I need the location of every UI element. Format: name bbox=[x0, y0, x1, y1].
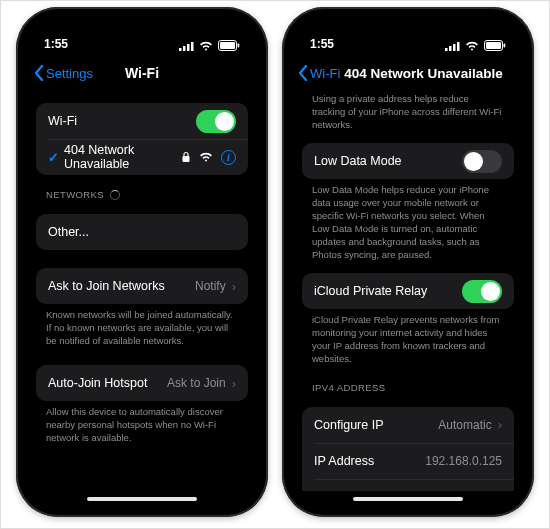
subnet-mask-row: Subnet Mask 255.255.255.0 bbox=[302, 479, 514, 491]
home-indicator[interactable] bbox=[87, 497, 197, 501]
low-data-mode-row[interactable]: Low Data Mode bbox=[302, 143, 514, 179]
ask-to-join-row[interactable]: Ask to Join Networks Notify › bbox=[36, 268, 248, 304]
chevron-left-icon bbox=[298, 65, 308, 81]
info-icon[interactable]: i bbox=[221, 150, 236, 165]
other-label: Other... bbox=[48, 225, 236, 239]
page-title: Wi-Fi bbox=[26, 65, 258, 81]
cellular-icon bbox=[445, 41, 460, 51]
clock: 1:55 bbox=[44, 37, 68, 51]
wifi-toggle[interactable] bbox=[196, 110, 236, 133]
ip-address-row: IP Address 192.168.0.125 bbox=[302, 443, 514, 479]
svg-rect-9 bbox=[449, 46, 452, 51]
svg-rect-7 bbox=[183, 156, 190, 162]
hotspot-caption: Allow this device to automatically disco… bbox=[36, 401, 248, 446]
relay-label: iCloud Private Relay bbox=[314, 284, 462, 298]
svg-rect-10 bbox=[453, 44, 456, 51]
low-data-label: Low Data Mode bbox=[314, 154, 462, 168]
network-name: 404 Network Unavailable bbox=[64, 143, 181, 171]
iphone-left: 1:55 Settings Wi-Fi Wi-Fi bbox=[16, 7, 268, 517]
ask-join-caption: Known networks will be joined automatica… bbox=[36, 304, 248, 349]
relay-caption: iCloud Private Relay prevents networks f… bbox=[302, 309, 514, 367]
nav-bar: Wi-Fi 404 Network Unavailable bbox=[292, 53, 524, 93]
wifi-icon bbox=[199, 41, 213, 51]
auto-join-hotspot-row[interactable]: Auto-Join Hotspot Ask to Join › bbox=[36, 365, 248, 401]
low-data-caption: Low Data Mode helps reduce your iPhone d… bbox=[302, 179, 514, 263]
networks-header: NETWORKS bbox=[36, 175, 248, 204]
svg-rect-5 bbox=[220, 42, 235, 49]
wifi-label: Wi-Fi bbox=[48, 114, 196, 128]
hotspot-label: Auto-Join Hotspot bbox=[48, 376, 167, 390]
wifi-toggle-row[interactable]: Wi-Fi bbox=[36, 103, 248, 139]
checkmark-icon: ✓ bbox=[48, 150, 64, 165]
wifi-signal-icon bbox=[199, 152, 213, 162]
low-data-toggle[interactable] bbox=[462, 150, 502, 173]
lock-icon bbox=[181, 151, 191, 163]
svg-rect-14 bbox=[504, 44, 506, 48]
private-address-caption: Using a private address helps reduce tra… bbox=[302, 93, 514, 133]
svg-rect-11 bbox=[457, 42, 460, 51]
chevron-right-icon: › bbox=[232, 376, 236, 391]
battery-icon bbox=[484, 40, 506, 51]
back-button[interactable]: Wi-Fi bbox=[298, 65, 340, 81]
connected-network-row[interactable]: ✓ 404 Network Unavailable i bbox=[36, 139, 248, 175]
svg-rect-1 bbox=[183, 46, 186, 51]
svg-rect-6 bbox=[238, 44, 240, 48]
private-relay-row[interactable]: iCloud Private Relay bbox=[302, 273, 514, 309]
svg-rect-0 bbox=[179, 48, 182, 51]
notch bbox=[348, 17, 468, 41]
svg-rect-13 bbox=[486, 42, 501, 49]
chevron-right-icon: › bbox=[232, 279, 236, 294]
svg-rect-8 bbox=[445, 48, 448, 51]
ipv4-header: IPV4 ADDRESS bbox=[302, 368, 514, 397]
home-indicator[interactable] bbox=[353, 497, 463, 501]
iphone-right: 1:55 Wi-Fi 404 Network Unavailable Using… bbox=[282, 7, 534, 517]
hotspot-value: Ask to Join bbox=[167, 376, 226, 390]
other-network-row[interactable]: Other... bbox=[36, 214, 248, 250]
notch bbox=[82, 17, 202, 41]
svg-rect-2 bbox=[187, 44, 190, 51]
page-title: 404 Network Unavailable bbox=[344, 66, 502, 81]
configure-ip-row[interactable]: Configure IP Automatic › bbox=[302, 407, 514, 443]
relay-toggle[interactable] bbox=[462, 280, 502, 303]
chevron-right-icon: › bbox=[498, 417, 502, 432]
ask-join-value: Notify bbox=[195, 279, 226, 293]
svg-rect-3 bbox=[191, 42, 194, 51]
spinner-icon bbox=[110, 190, 120, 200]
nav-bar: Settings Wi-Fi bbox=[26, 53, 258, 93]
clock: 1:55 bbox=[310, 37, 334, 51]
cellular-icon bbox=[179, 41, 194, 51]
battery-icon bbox=[218, 40, 240, 51]
back-label: Wi-Fi bbox=[310, 66, 340, 81]
ask-join-label: Ask to Join Networks bbox=[48, 279, 195, 293]
wifi-icon bbox=[465, 41, 479, 51]
